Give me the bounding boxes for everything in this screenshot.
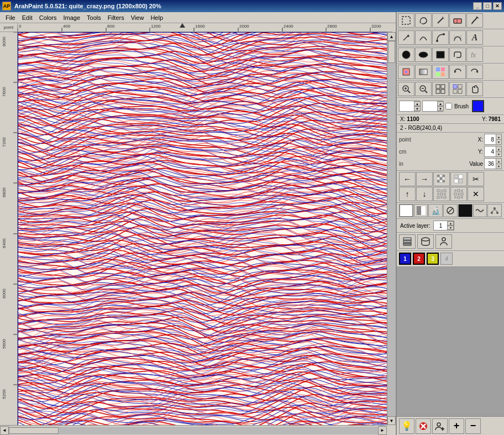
magic-wand-tool[interactable]	[432, 13, 449, 28]
roundrect-tool[interactable]	[449, 48, 466, 62]
hand-tool[interactable]	[466, 82, 483, 96]
redo-tool[interactable]	[466, 65, 483, 79]
fill-tool[interactable]	[398, 65, 414, 79]
point-x-up[interactable]: ▲	[496, 134, 501, 139]
color-tab-4[interactable]: 4	[440, 253, 453, 265]
zoom-out-tool[interactable]	[415, 82, 432, 96]
nav-grid3-button[interactable]	[433, 187, 450, 201]
nav-checkerboard-button[interactable]	[433, 172, 450, 186]
value-spinner[interactable]: 36 ▲ ▼	[484, 158, 502, 169]
menu-filters[interactable]: Filters	[104, 13, 128, 22]
minimize-button[interactable]: _	[473, 2, 482, 10]
cm-y-down[interactable]: ▼	[496, 151, 501, 156]
color-tab-2[interactable]: 2	[413, 253, 425, 265]
nav-scissors-button[interactable]: ✂	[468, 172, 484, 186]
horizontal-scrollbar[interactable]: ◄ ►	[0, 425, 387, 435]
scroll-right-button[interactable]: ►	[378, 426, 387, 435]
rect-shape-tool[interactable]	[432, 48, 449, 62]
zoom-in-tool[interactable]	[398, 82, 414, 96]
point-x-down[interactable]: ▼	[496, 139, 501, 144]
nav-right-button[interactable]: →	[416, 172, 433, 186]
brush-size-1-spinner[interactable]: 2 ▲ ▼	[399, 101, 420, 112]
menu-tools[interactable]: Tools	[83, 13, 104, 22]
menu-file[interactable]: File	[2, 13, 19, 22]
brush-checkbox[interactable]	[445, 103, 452, 109]
cm-y-spinner[interactable]: 4 ▲ ▼	[484, 146, 502, 157]
layer-val-down[interactable]: ▼	[447, 226, 454, 230]
eraser-tool[interactable]	[449, 13, 466, 28]
menu-image[interactable]: Image	[60, 13, 84, 22]
brush-size-2-spinner[interactable]: 4 ▲ ▼	[422, 101, 443, 112]
arrow-tool[interactable]	[398, 30, 414, 45]
lasso-tool[interactable]	[415, 13, 432, 28]
close-button[interactable]: ✕	[493, 2, 502, 10]
delete-button[interactable]	[416, 418, 431, 434]
brush-size-1-input[interactable]: 2	[400, 103, 414, 109]
select-all-tool[interactable]	[449, 82, 466, 96]
person-icon-tab[interactable]	[435, 234, 452, 249]
bezier-tool[interactable]	[449, 30, 466, 45]
scroll-left-button[interactable]: ◄	[0, 426, 9, 435]
brush-size-1-up[interactable]: ▲	[414, 101, 421, 106]
text-tool[interactable]: A	[466, 30, 483, 45]
brush-size-2-up[interactable]: ▲	[437, 101, 444, 106]
nav-grid4-button[interactable]	[450, 187, 467, 201]
value-up[interactable]: ▲	[496, 159, 501, 164]
pattern-fill-tool[interactable]	[432, 65, 449, 79]
menu-edit[interactable]: Edit	[19, 13, 36, 22]
white-box-tool[interactable]	[399, 204, 413, 217]
remove-button[interactable]: −	[465, 418, 481, 434]
nav-checker2-button[interactable]	[450, 172, 467, 186]
brush-color-preview[interactable]	[472, 100, 484, 112]
menu-view[interactable]: View	[128, 13, 148, 22]
brush-size-2-down[interactable]: ▼	[437, 106, 444, 111]
brush-size-1-down[interactable]: ▼	[414, 106, 421, 111]
add-button[interactable]: +	[449, 418, 464, 434]
nav-up-button[interactable]: ↑	[399, 187, 416, 201]
dropper-tool[interactable]: 🔬	[428, 204, 443, 217]
scroll-down-button[interactable]: ▼	[387, 416, 396, 425]
scroll-track-h[interactable]	[9, 427, 378, 434]
menu-colors[interactable]: Colors	[36, 13, 60, 22]
color-tab-1[interactable]: 1	[399, 253, 411, 265]
layer-val-up[interactable]: ▲	[447, 221, 454, 226]
scroll-track-v[interactable]	[387, 41, 396, 416]
cm-y-up[interactable]: ▲	[496, 146, 501, 151]
network-tool[interactable]	[487, 204, 502, 217]
scroll-thumb-v[interactable]	[388, 41, 395, 63]
select-rect-tool[interactable]	[398, 13, 414, 28]
fill-shape-tool[interactable]: fx	[466, 48, 483, 62]
stack-icon-tab[interactable]	[417, 234, 434, 249]
pattern-box-tool[interactable]	[414, 204, 428, 217]
nav-left-button[interactable]: ←	[399, 172, 416, 186]
curve-tool[interactable]	[415, 30, 432, 45]
window-controls[interactable]: _ □ ✕	[473, 2, 502, 10]
canvas-container[interactable]	[18, 32, 392, 425]
main-canvas[interactable]	[18, 32, 392, 425]
scroll-thumb-h[interactable]	[9, 427, 59, 434]
circle-tool[interactable]	[398, 48, 414, 62]
vertical-scrollbar[interactable]: ▲ ▼	[387, 32, 396, 425]
point-x-spinner[interactable]: 8 ▲ ▼	[484, 134, 502, 145]
value-down[interactable]: ▼	[496, 164, 501, 169]
arc-tool[interactable]	[432, 30, 449, 45]
fill2-tool[interactable]	[443, 204, 458, 217]
nav-down-button[interactable]: ↓	[416, 187, 433, 201]
user-button[interactable]	[432, 418, 448, 434]
undo-arrows-tool[interactable]	[449, 65, 466, 79]
wave-tool[interactable]	[473, 204, 487, 217]
layer-icon-tab[interactable]	[399, 234, 416, 249]
brush-size-2-input[interactable]: 4	[423, 103, 437, 109]
scroll-up-button[interactable]: ▲	[387, 32, 396, 41]
nav-person-button[interactable]: ✕	[468, 187, 484, 201]
gradient-fill-tool[interactable]	[415, 65, 432, 79]
bulb-button[interactable]: 💡	[399, 418, 414, 434]
grid-pattern-tool[interactable]	[432, 82, 449, 96]
pencil-tool[interactable]	[466, 13, 483, 28]
black-box-tool[interactable]	[458, 204, 473, 217]
color-tab-3[interactable]: 3	[427, 253, 439, 265]
menu-help[interactable]: Help	[147, 13, 166, 22]
active-layer-spinner[interactable]: 1 ▲ ▼	[433, 221, 454, 230]
maximize-button[interactable]: □	[483, 2, 492, 10]
ellipse-tool[interactable]	[415, 48, 432, 62]
